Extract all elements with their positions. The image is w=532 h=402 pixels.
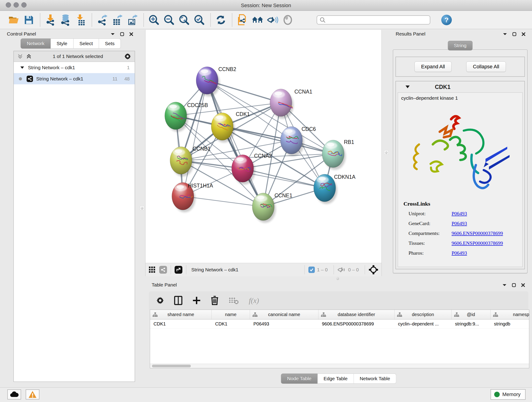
table-cell[interactable]: stringdb: [491, 321, 529, 327]
hide-selected-icon[interactable]: [267, 13, 279, 26]
export-table-icon[interactable]: [111, 13, 123, 26]
column-header-shared-name[interactable]: shared name: [150, 310, 212, 319]
node-CCNA1[interactable]: [270, 89, 293, 119]
table-options-gear-icon[interactable]: [156, 297, 164, 304]
left-splitter-handle[interactable]: [140, 206, 144, 210]
table-cell[interactable]: CDK1: [212, 321, 250, 327]
edge-CCNB2-CCNE1[interactable]: [207, 80, 263, 207]
export-network-icon[interactable]: [96, 13, 108, 26]
column-header-@id[interactable]: @id: [452, 310, 491, 319]
node-CCNB2[interactable]: [196, 67, 220, 96]
home-icon[interactable]: [252, 13, 264, 26]
column-header-description[interactable]: description: [394, 310, 452, 319]
node-CDKN1A[interactable]: [314, 174, 337, 204]
warnings-button[interactable]: [26, 389, 39, 400]
column-header-database-identifier[interactable]: database identifier: [318, 310, 394, 319]
table-row[interactable]: CDK1CDK1P064939606.ENSP00000378699cyclin…: [150, 319, 529, 329]
column-header-namespace[interactable]: namespace: [491, 310, 529, 319]
import-network-file-icon[interactable]: [44, 13, 56, 26]
right-splitter-handle[interactable]: [384, 150, 388, 154]
float-panel-icon[interactable]: [512, 32, 516, 36]
gear-icon[interactable]: [124, 53, 131, 60]
network-graph[interactable]: CCNB2CCNA1CDC25BCDK1CDC6RB1CCNB1CCNA2CDK…: [146, 30, 381, 263]
node-CDK1[interactable]: [211, 113, 235, 143]
crosslink-link[interactable]: P06493: [452, 250, 467, 256]
grid-view-icon[interactable]: [149, 266, 156, 273]
node-RB1[interactable]: [322, 140, 346, 170]
close-panel-icon[interactable]: [521, 283, 525, 287]
search-box[interactable]: [317, 15, 430, 25]
expand-all-icon[interactable]: [26, 54, 32, 59]
tab-edge-table[interactable]: Edge Table: [317, 374, 354, 384]
column-header-canonical-name[interactable]: canonical name: [250, 310, 318, 319]
tab-network-table[interactable]: Network Table: [354, 374, 396, 384]
add-column-icon[interactable]: [192, 296, 201, 305]
float-panel-icon[interactable]: [512, 283, 516, 287]
node-table[interactable]: shared namenamecanonical namedatabase id…: [150, 310, 529, 368]
zoom-out-icon[interactable]: [163, 13, 175, 26]
zoom-selected-icon[interactable]: [193, 13, 205, 26]
help-icon[interactable]: ?: [441, 15, 452, 25]
zoom-fit-icon[interactable]: [178, 13, 190, 26]
show-all-icon[interactable]: [282, 13, 294, 26]
delete-column-icon[interactable]: [211, 296, 219, 305]
expand-all-button[interactable]: Expand All: [414, 61, 452, 72]
table-cell[interactable]: CDK1: [150, 321, 212, 327]
node-CCNB1[interactable]: [170, 147, 194, 177]
hidden-eye-icon[interactable]: [337, 267, 346, 273]
tab-network[interactable]: Network: [21, 38, 51, 49]
close-panel-icon[interactable]: [129, 32, 133, 36]
tab-style[interactable]: Style: [51, 38, 74, 49]
tab-string[interactable]: String: [448, 41, 473, 51]
import-table-icon[interactable]: [75, 13, 87, 26]
crosslink-link[interactable]: 9606.ENSP00000378699: [452, 230, 503, 236]
save-session-icon[interactable]: [23, 13, 35, 26]
selected-checkbox-icon[interactable]: [308, 267, 315, 273]
panel-menu-icon[interactable]: [502, 283, 507, 287]
node-CDC6[interactable]: [280, 127, 304, 156]
function-builder-icon[interactable]: f(x): [249, 296, 259, 305]
table-cell[interactable]: stringdb:9...: [452, 321, 491, 327]
tab-sets[interactable]: Sets: [99, 38, 121, 49]
crosslink-link[interactable]: P06493: [452, 211, 467, 217]
close-panel-icon[interactable]: [521, 32, 526, 36]
edge-CCNB2-HIST1H1A[interactable]: [183, 80, 207, 196]
node-CCNE1[interactable]: [252, 193, 276, 223]
show-columns-icon[interactable]: [174, 296, 182, 305]
search-input[interactable]: [326, 16, 430, 24]
column-header-name[interactable]: name: [212, 310, 250, 319]
zoom-in-icon[interactable]: [148, 13, 160, 26]
panel-menu-icon[interactable]: [110, 32, 115, 36]
table-cell[interactable]: P06493: [250, 321, 318, 327]
tab-node-table[interactable]: Node Table: [281, 374, 317, 384]
node-CDC25B[interactable]: [165, 102, 188, 132]
refresh-icon[interactable]: [215, 13, 227, 26]
section-collapse-icon[interactable]: [405, 85, 410, 89]
bottom-splitter-handle[interactable]: [336, 276, 340, 281]
collapse-all-icon[interactable]: [17, 54, 23, 59]
tab-select[interactable]: Select: [74, 38, 99, 49]
collapse-all-button[interactable]: Collapse All: [466, 61, 506, 72]
network-row[interactable]: String Network – cdk1 11 48: [14, 73, 135, 84]
detach-view-icon[interactable]: [175, 266, 182, 274]
scrollbar-thumb[interactable]: [152, 365, 191, 367]
export-image-icon[interactable]: [127, 13, 138, 26]
birds-eye-icon[interactable]: [369, 265, 378, 274]
import-network-database-icon[interactable]: [60, 13, 71, 26]
network-collection-row[interactable]: String Network – cdk1 1: [14, 62, 135, 73]
float-panel-icon[interactable]: [120, 32, 124, 36]
crosslink-link[interactable]: P06493: [452, 220, 467, 226]
delete-table-icon[interactable]: [229, 297, 239, 304]
network-canvas[interactable]: CCNB2CCNA1CDC25BCDK1CDC6RB1CCNB1CCNA2CDK…: [145, 30, 382, 276]
table-cell[interactable]: cyclin–dependent ...: [394, 321, 452, 327]
clone-network-icon[interactable]: [236, 13, 248, 26]
collection-expander-icon[interactable]: [20, 66, 24, 69]
open-session-icon[interactable]: [8, 13, 20, 26]
cloud-status-button[interactable]: [7, 389, 21, 400]
node-CCNA2[interactable]: [232, 155, 255, 185]
table-hscrollbar[interactable]: [150, 364, 529, 368]
panel-menu-icon[interactable]: [503, 32, 507, 36]
memory-button[interactable]: Memory: [491, 389, 526, 400]
crosslink-link[interactable]: 9606.ENSP00000378699: [452, 240, 503, 246]
table-cell[interactable]: 9606.ENSP00000378699: [318, 321, 394, 327]
